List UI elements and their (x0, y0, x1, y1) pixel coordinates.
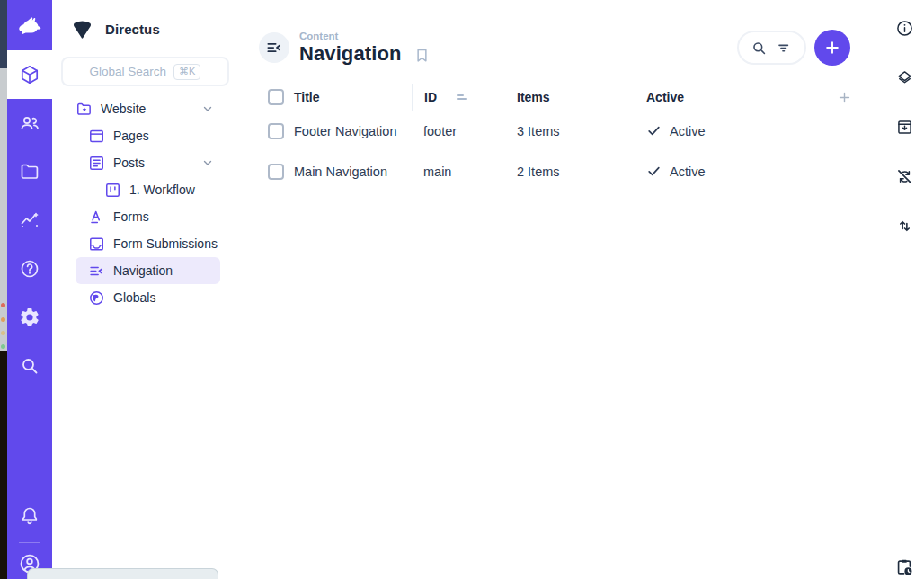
column-header-title[interactable]: Title (294, 90, 412, 104)
chevron-down-icon[interactable] (201, 102, 214, 115)
table-row[interactable]: Footer Navigation footer 3 Items Active (238, 111, 884, 151)
sync-disabled-icon[interactable] (894, 166, 914, 186)
global-search-placeholder: Global Search (90, 65, 167, 78)
box-icon (19, 64, 40, 85)
table-row[interactable]: Main Navigation main 2 Items Active (238, 151, 884, 192)
tree-item-label: Forms (113, 209, 149, 224)
pending-actions-icon[interactable] (894, 557, 914, 577)
items-table: Title ID Items Active Footer Navigation … (238, 84, 884, 192)
column-header-active[interactable]: Active (646, 90, 826, 104)
archive-download-icon[interactable] (894, 117, 914, 137)
project-name: Directus (105, 22, 160, 37)
inbox-icon (88, 236, 105, 253)
desktop-dot (1, 331, 5, 335)
chevron-down-icon[interactable] (201, 156, 214, 169)
desktop-background-strip (0, 0, 7, 579)
tree-item-pages[interactable]: Pages (52, 122, 238, 149)
tree-item-forms[interactable]: Forms (52, 203, 238, 230)
directus-app-window: Directus Global Search ⌘K Website (7, 0, 924, 579)
page-title: Navigation (299, 42, 401, 66)
project-header[interactable]: Directus (52, 11, 238, 49)
plus-icon (823, 39, 841, 57)
globe-icon (88, 290, 105, 307)
desktop-dot (1, 317, 5, 322)
letter-a-icon (88, 209, 105, 226)
tree-item-label: Website (101, 102, 146, 116)
cell-active: Active (646, 123, 826, 138)
desktop-strip-top (0, 0, 7, 68)
people-icon (19, 112, 40, 134)
module-search[interactable] (7, 342, 52, 390)
tree-item-form-submissions[interactable]: Form Submissions (52, 230, 238, 257)
collection-icon-button[interactable] (259, 32, 289, 63)
search-icon (19, 355, 40, 377)
bookmark-icon[interactable] (413, 47, 431, 66)
nav-lines-icon (265, 39, 283, 57)
info-icon[interactable] (894, 18, 914, 38)
import-export-icon[interactable] (894, 216, 914, 236)
create-item-button[interactable] (814, 30, 850, 66)
tree-item-posts[interactable]: Posts (52, 149, 238, 176)
check-icon (646, 164, 662, 179)
main-content: Content Navigation (238, 0, 884, 579)
module-docs[interactable] (7, 245, 52, 293)
browser-status-bar (27, 568, 218, 579)
insights-icon (19, 209, 40, 231)
module-settings[interactable] (7, 293, 52, 342)
cell-id: footer (412, 124, 517, 138)
tree-item-label: 1. Workflow (129, 183, 195, 197)
tree-item-globals[interactable]: Globals (52, 284, 238, 311)
article-icon (88, 155, 105, 172)
shortcut-badge: ⌘K (173, 64, 200, 80)
gear-icon (19, 307, 40, 328)
tree-item-website[interactable]: Website (52, 95, 238, 122)
filter-icon[interactable] (776, 40, 793, 57)
search-icon[interactable] (751, 40, 768, 57)
tree-item-label: Pages (113, 129, 149, 143)
layers-icon[interactable] (894, 67, 914, 87)
module-users[interactable] (7, 99, 52, 147)
cell-items: 2 Items (517, 165, 646, 179)
breadcrumb: Content (299, 31, 401, 41)
column-header-id[interactable]: ID (412, 84, 517, 111)
title-block: Content Navigation (299, 31, 401, 66)
folder-icon (19, 161, 40, 183)
right-sidebar (884, 0, 924, 579)
module-files[interactable] (7, 147, 52, 196)
table-header-row: Title ID Items Active (238, 84, 884, 111)
module-insights[interactable] (7, 196, 52, 245)
window-icon (88, 128, 105, 145)
search-filter-pill (737, 31, 806, 65)
cell-items: 3 Items (517, 124, 646, 138)
bell-icon (19, 505, 40, 527)
global-search-input[interactable]: Global Search ⌘K (61, 57, 229, 86)
check-icon (646, 123, 662, 138)
module-bar-divider (19, 542, 40, 543)
module-content[interactable] (7, 50, 52, 99)
desktop-dot (1, 303, 5, 307)
directus-logo-button[interactable] (7, 0, 52, 50)
navigation-sidebar: Directus Global Search ⌘K Website (52, 0, 238, 579)
folder-star-icon (76, 101, 93, 118)
nav-lines-icon (88, 263, 105, 280)
column-header-items[interactable]: Items (517, 90, 646, 104)
cell-title: Footer Navigation (294, 124, 412, 138)
row-checkbox[interactable] (268, 164, 284, 180)
sort-icon (457, 94, 467, 100)
tree-item-label: Posts (113, 156, 145, 170)
tree-item-workflow[interactable]: 1. Workflow (52, 176, 238, 203)
tree-item-navigation[interactable]: Navigation (76, 257, 220, 284)
directus-rabbit-icon (15, 11, 44, 40)
row-checkbox[interactable] (268, 123, 284, 139)
select-all-checkbox[interactable] (268, 89, 284, 105)
desktop-strip-bottom (0, 351, 7, 579)
wedge-logo-icon (70, 18, 94, 40)
cell-id: main (412, 165, 517, 179)
module-bar (7, 0, 52, 579)
add-column-button[interactable] (826, 90, 862, 105)
tree-item-label: Form Submissions (113, 236, 218, 251)
notifications-button[interactable] (7, 495, 52, 537)
desktop-strip-mid (0, 68, 7, 351)
collections-tree: Website Pages Posts (52, 95, 238, 311)
tree-item-label: Globals (113, 290, 155, 305)
